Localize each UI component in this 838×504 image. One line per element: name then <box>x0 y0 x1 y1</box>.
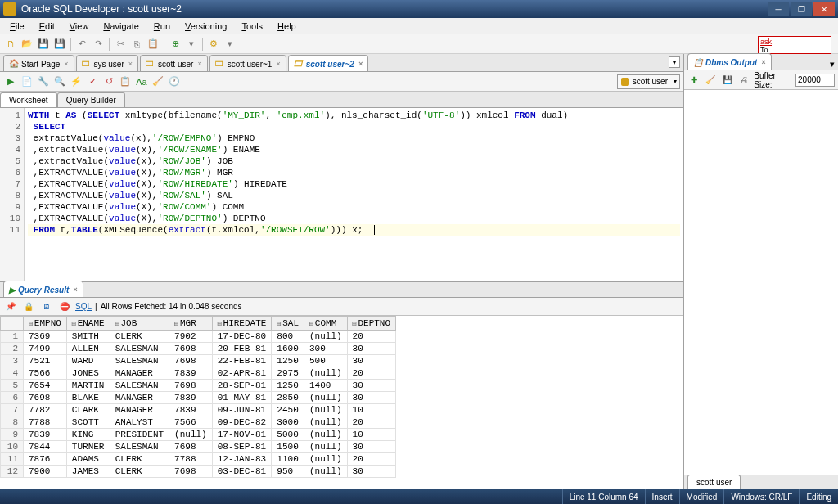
cell[interactable]: 28-SEP-81 <box>212 380 272 392</box>
cut-icon[interactable]: ✂ <box>113 37 128 52</box>
cell[interactable]: 7698 <box>169 355 213 367</box>
cell[interactable]: SCOTT <box>66 416 110 429</box>
cell[interactable]: 20 <box>347 367 395 380</box>
cell[interactable]: 30 <box>347 343 395 355</box>
clear-icon[interactable]: 🧹 <box>151 74 165 89</box>
cell[interactable]: MANAGER <box>110 404 169 416</box>
cell[interactable]: 7698 <box>169 441 213 453</box>
cell[interactable]: 10 <box>347 404 395 416</box>
cell[interactable]: MANAGER <box>110 367 169 380</box>
cell[interactable]: 10 <box>347 429 395 441</box>
menu-versioning[interactable]: Versioning <box>178 20 233 33</box>
code-line-11[interactable]: FROM t,TABLE(XMLSequence(extract(t.xmlco… <box>28 224 680 236</box>
cell[interactable]: CLERK <box>110 453 169 466</box>
autotrace-icon[interactable]: 🔧 <box>36 74 51 89</box>
cell[interactable]: 30 <box>347 355 395 367</box>
cell[interactable]: 7369 <box>24 331 67 343</box>
cell[interactable]: JONES <box>66 367 110 380</box>
cell[interactable]: 1500 <box>272 441 304 453</box>
code-area[interactable]: WITH t AS (SELECT xmltype(bfilename('MY_… <box>25 108 683 281</box>
cell[interactable]: 2850 <box>272 392 304 404</box>
cell[interactable]: 7839 <box>169 367 213 380</box>
connection-selector[interactable]: scott user <box>617 74 680 89</box>
close-tab-icon[interactable]: × <box>358 60 363 68</box>
cell[interactable]: 500 <box>304 355 348 367</box>
code-line-3[interactable]: extractValue(value(x),'/ROW/EMPNO') EMPN… <box>28 133 680 144</box>
print-icon[interactable]: 🗎 <box>39 299 54 314</box>
cell[interactable]: 22-FEB-81 <box>212 355 272 367</box>
code-line-9[interactable]: ,EXTRACTVALUE(value(X),'ROW/COMM') COMM <box>28 201 680 213</box>
new-icon[interactable]: 🗋 <box>3 37 18 52</box>
cell[interactable]: 7566 <box>24 367 67 380</box>
tab-scott-user-1[interactable]: 🗔scott user~1× <box>210 55 286 71</box>
cell[interactable]: 950 <box>272 466 304 478</box>
col-job[interactable]: ▤JOB <box>110 317 169 331</box>
cell[interactable]: SALESMAN <box>110 380 169 392</box>
code-line-1[interactable]: WITH t AS (SELECT xmltype(bfilename('MY_… <box>28 110 680 121</box>
tab-dbms-output[interactable]: 📋 Dbms Output × <box>687 53 772 70</box>
dropdown2-icon[interactable]: ▾ <box>223 37 237 52</box>
cell[interactable]: (null) <box>304 441 348 453</box>
minimize-button[interactable]: ─ <box>768 2 789 16</box>
rownum-header[interactable] <box>1 317 24 331</box>
table-row[interactable]: 127900JAMESCLERK769803-DEC-81950(null)30 <box>1 466 396 478</box>
cell[interactable]: 20 <box>347 453 395 466</box>
col-deptno[interactable]: ▤DEPTNO <box>347 317 395 331</box>
cell[interactable]: (null) <box>304 392 348 404</box>
close-tab-icon[interactable]: × <box>128 60 133 68</box>
col-empno[interactable]: ▤EMPNO <box>24 317 67 331</box>
table-row[interactable]: 97839KINGPRESIDENT(null)17-NOV-815000(nu… <box>1 429 396 441</box>
menu-navigate[interactable]: Navigate <box>97 20 145 33</box>
table-row[interactable]: 107844TURNERSALESMAN769808-SEP-811500(nu… <box>1 441 396 453</box>
table-row[interactable]: 17369SMITHCLERK790217-DEC-80800(null)20 <box>1 331 396 343</box>
cell[interactable]: 17-DEC-80 <box>212 331 272 343</box>
sql-tuning-icon[interactable]: ⚡ <box>69 74 83 89</box>
cell[interactable]: 09-JUN-81 <box>212 404 272 416</box>
connect-icon[interactable]: ⊕ <box>168 37 182 52</box>
cell[interactable]: 17-NOV-81 <box>212 429 272 441</box>
cancel-icon[interactable]: ⛔ <box>57 299 72 314</box>
cell[interactable]: TURNER <box>66 441 110 453</box>
buffersize-input[interactable] <box>795 74 835 87</box>
menu-file[interactable]: File <box>3 20 31 33</box>
cell[interactable]: (null) <box>304 466 348 478</box>
cell[interactable]: 20 <box>347 331 395 343</box>
print-dbms-icon[interactable]: 🖨 <box>737 73 750 88</box>
cell[interactable]: 5000 <box>272 429 304 441</box>
code-line-4[interactable]: ,extractValue(value(x),'/ROW/ENAME') ENA… <box>28 144 680 155</box>
close-tab-icon[interactable]: × <box>64 60 68 68</box>
close-tab-icon[interactable]: × <box>276 60 280 68</box>
code-line-8[interactable]: ,EXTRACTVALUE(value(X),'ROW/SAL') SAL <box>28 190 680 201</box>
paste-icon[interactable]: 📋 <box>146 37 160 52</box>
tabs-dropdown-icon[interactable]: ▾ <box>669 56 680 68</box>
unshared-ws-icon[interactable]: 📋 <box>118 74 133 89</box>
table-row[interactable]: 57654MARTINSALESMAN769828-SEP-8112501400… <box>1 380 396 392</box>
col-mgr[interactable]: ▤MGR <box>169 317 213 331</box>
tab-querybuilder[interactable]: Query Builder <box>57 92 125 107</box>
cell[interactable]: 7788 <box>169 453 213 466</box>
cell[interactable]: SALESMAN <box>110 355 169 367</box>
tab-query-result[interactable]: ▶ Query Result × <box>3 281 83 297</box>
code-line-2[interactable]: SELECT <box>28 121 680 133</box>
save-icon[interactable]: 💾 <box>36 37 51 52</box>
menu-edit[interactable]: Edit <box>33 20 61 33</box>
dbms-conn-tab[interactable]: scott user <box>687 475 741 489</box>
table-row[interactable]: 47566JONESMANAGER783902-APR-812975(null)… <box>1 367 396 380</box>
open-icon[interactable]: 📂 <box>20 37 34 52</box>
table-row[interactable]: 67698BLAKEMANAGER783901-MAY-812850(null)… <box>1 392 396 404</box>
menu-run[interactable]: Run <box>147 20 177 33</box>
cell[interactable]: (null) <box>304 404 348 416</box>
menu-tools[interactable]: Tools <box>235 20 269 33</box>
dropdown-icon[interactable]: ▾ <box>184 37 199 52</box>
undo-icon[interactable]: ↶ <box>74 37 89 52</box>
close-tab-icon[interactable]: × <box>197 60 201 68</box>
cell[interactable]: 7698 <box>169 380 213 392</box>
rollback-icon[interactable]: ↺ <box>101 74 116 89</box>
tab-scott-user-2[interactable]: 🗔scott user~2× <box>288 55 368 71</box>
cell[interactable]: 7900 <box>24 466 67 478</box>
tab-worksheet[interactable]: Worksheet <box>0 92 57 107</box>
cell[interactable]: 30 <box>347 466 395 478</box>
cell[interactable]: 800 <box>272 331 304 343</box>
code-line-5[interactable]: ,extractValue(value(x),'ROW/JOB') JOB <box>28 155 680 167</box>
cell[interactable]: ANALYST <box>110 416 169 429</box>
